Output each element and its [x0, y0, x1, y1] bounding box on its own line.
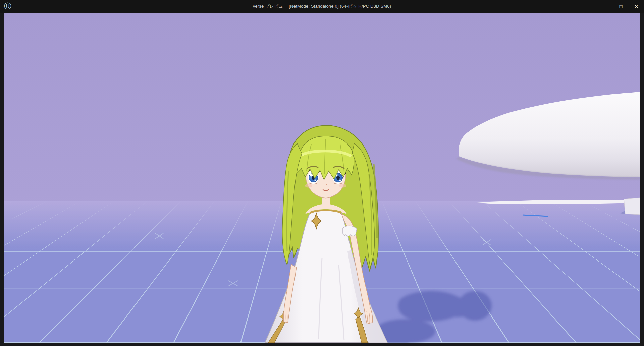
- titlebar[interactable]: Ⓤ verse プレビュー [NetMode: Standalone 0] (6…: [0, 0, 644, 13]
- minimize-button[interactable]: ─: [598, 0, 613, 13]
- window-title: verse プレビュー [NetMode: Standalone 0] (64-…: [0, 3, 644, 9]
- close-button[interactable]: ×: [629, 0, 644, 13]
- window-controls: ─ □ ×: [598, 0, 644, 13]
- app-window: Ⓤ verse プレビュー [NetMode: Standalone 0] (6…: [0, 0, 644, 346]
- character-face: [305, 152, 346, 198]
- grid-floor-plane: [4, 201, 640, 343]
- character-bangs: [296, 136, 354, 180]
- white-curved-platform: [456, 92, 640, 180]
- grid-floor: [4, 201, 640, 343]
- viewport-canvas[interactable]: [4, 13, 640, 343]
- character-eyebrows: [307, 167, 344, 168]
- maximize-button[interactable]: □: [613, 0, 629, 13]
- character-eyes: [306, 169, 345, 184]
